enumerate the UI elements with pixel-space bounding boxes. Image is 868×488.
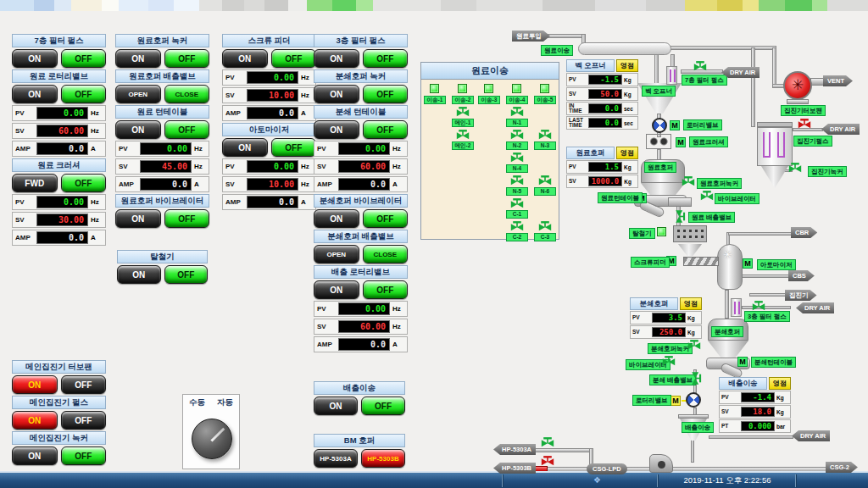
pv-label: PV (569, 77, 587, 83)
on-button[interactable]: ON (115, 49, 161, 68)
unit-label: Hz (301, 180, 313, 188)
mill-hopper-knocker-label: 분쇄호퍼녹커 (648, 343, 693, 354)
off-button[interactable]: OFF (61, 446, 107, 465)
on-button[interactable]: ON (222, 138, 268, 157)
group-title: 분쇄호퍼 배출밸브 (314, 230, 408, 243)
raw-transfer-label: 원료이송 (541, 45, 573, 56)
in-time-value: 0.0 (588, 103, 622, 114)
sv-label: SV (317, 323, 336, 330)
on-button[interactable]: ON (12, 85, 58, 103)
on-button[interactable]: ON (314, 209, 359, 228)
off-button[interactable]: OFF (61, 375, 107, 394)
on-button[interactable]: ON (115, 209, 161, 228)
off-button[interactable]: OFF (271, 138, 317, 157)
off-button[interactable]: OFF (363, 49, 409, 68)
cbr-arrow-label: CBR (791, 227, 817, 238)
main-2-label: 메인-2 (452, 141, 474, 150)
sv-value: 60.00 (338, 320, 390, 333)
zero-button[interactable]: 영점 (680, 297, 702, 310)
sv-value: 10.00 (247, 178, 298, 191)
fwd-button[interactable]: FWD (12, 174, 58, 192)
unit-label: bar (776, 424, 788, 430)
pv-row: PV0.00Hz (314, 301, 408, 317)
dust-collector-arrow-label: 집진기 (785, 290, 817, 301)
gauge-raw-hopper: 원료호퍼영점 PV1.5Kg SV1000.0Kg (566, 147, 638, 188)
pv-label: PV (15, 198, 34, 206)
sv-label: SV (569, 92, 587, 97)
on-button[interactable]: ON (314, 396, 358, 415)
on-button[interactable]: ON (12, 375, 58, 394)
sv-value: 250.0 (652, 327, 686, 337)
gauge-title: 배출이송 (719, 377, 767, 390)
zero-button[interactable]: 영점 (616, 147, 638, 159)
transfer-2-label: 이송-2 (452, 96, 474, 104)
off-button[interactable]: OFF (164, 209, 210, 228)
cbs-arrow-label: CBS (788, 270, 815, 281)
csg-lpd-label: CSG-LPD (587, 463, 627, 474)
close-button[interactable]: CLOSE (164, 85, 210, 103)
hp-5303b-button[interactable]: HP-5303B (361, 449, 405, 468)
off-button[interactable]: OFF (164, 265, 209, 284)
selector-knob[interactable] (192, 419, 232, 459)
on-button[interactable]: ON (12, 411, 58, 430)
csg-2-arrow-label: CSG-2 (826, 462, 858, 473)
amp-label: AMP (15, 145, 34, 152)
pv-row: PV0.00Hz (115, 141, 209, 157)
off-button[interactable]: OFF (61, 411, 107, 430)
close-button[interactable]: CLOSE (363, 245, 409, 263)
unit-label: Kg (687, 315, 699, 321)
on-button[interactable]: ON (314, 49, 359, 68)
hp-5303a-button[interactable]: HP-5303A (314, 449, 358, 468)
on-button[interactable]: ON (314, 85, 359, 103)
on-button[interactable]: ON (12, 49, 58, 68)
zero-button[interactable]: 영점 (769, 377, 791, 390)
pv-label: PV (225, 163, 244, 170)
sv-value: 1000.0 (588, 176, 623, 186)
n-4-valve-icon (510, 152, 524, 164)
group-title: 메인집진기 펄스 (12, 396, 106, 409)
off-button[interactable]: OFF (61, 85, 107, 103)
off-button[interactable]: OFF (361, 396, 405, 415)
pv-label: PV (721, 395, 739, 401)
off-button[interactable]: OFF (164, 120, 210, 139)
open-button[interactable]: OPEN (115, 85, 161, 103)
on-button[interactable]: ON (222, 49, 268, 68)
open-button[interactable]: OPEN (314, 245, 359, 263)
off-button[interactable]: OFF (61, 49, 107, 68)
mill-outlet-valve-label: 분쇄 배출밸브 (649, 374, 696, 385)
off-button[interactable]: OFF (363, 120, 409, 139)
sv-label: SV (721, 409, 739, 415)
rotary-valve-shape (652, 118, 667, 133)
off-button[interactable]: OFF (271, 49, 317, 68)
unit-label: Kg (624, 77, 636, 83)
off-button[interactable]: OFF (164, 49, 210, 68)
off-button[interactable]: OFF (363, 209, 409, 228)
amp-label: AMP (225, 109, 244, 117)
pv-value: 0.00 (36, 196, 88, 208)
main-1-valve-icon (456, 107, 470, 118)
group-title: 원료호퍼 배출밸브 (115, 69, 209, 83)
on-button[interactable]: ON (314, 120, 359, 139)
dc-fan-label: 집진기터보팬 (781, 105, 826, 116)
unit-label: A (301, 109, 313, 117)
n-1-valve-icon (510, 107, 524, 118)
sv-value: 60.00 (338, 160, 390, 173)
group-title: 분쇄 턴테이블 (314, 105, 408, 119)
off-button[interactable]: OFF (61, 174, 107, 192)
dc-knocker-valve-icon (788, 163, 802, 174)
amp-value: 0.0 (140, 178, 192, 191)
amp-row: AMP0.0A (115, 176, 209, 192)
off-button[interactable]: OFF (363, 280, 409, 299)
on-button[interactable]: ON (314, 280, 359, 299)
off-button[interactable]: OFF (363, 85, 409, 103)
on-button[interactable]: ON (12, 446, 58, 465)
hp-5303b-arrow-label: HP-5303B (493, 463, 536, 474)
on-button[interactable]: ON (115, 120, 161, 139)
amp-label: AMP (225, 198, 244, 206)
on-button[interactable]: ON (117, 265, 161, 284)
sv-value: 18.0 (741, 407, 775, 417)
zero-button[interactable]: 영점 (616, 59, 638, 72)
raw-crusher-shape (646, 134, 671, 149)
status-divider (502, 474, 503, 487)
sv-value: 50.0 (588, 89, 622, 99)
